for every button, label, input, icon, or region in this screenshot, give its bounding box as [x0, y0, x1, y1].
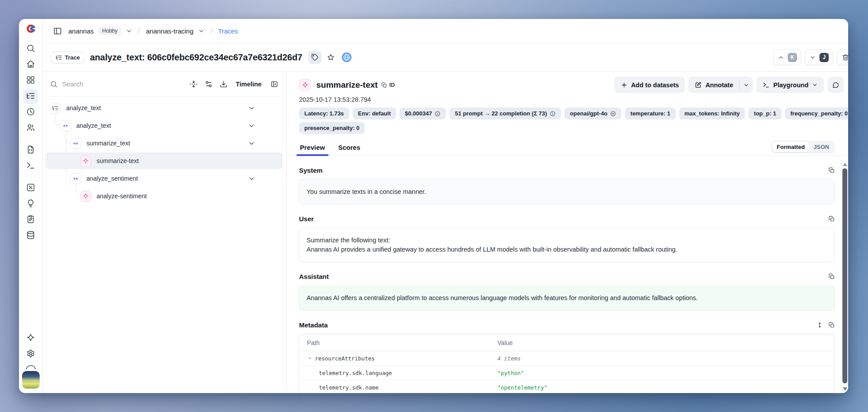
breadcrumb-traces-link[interactable]: Traces — [218, 27, 238, 35]
sidebar-item-trace-tree[interactable] — [23, 89, 38, 104]
org-plan-badge: Hobby — [98, 26, 122, 35]
playground-label: Playground — [773, 82, 808, 89]
panel-collapse-icon — [270, 80, 278, 88]
tree-node-summarize-text[interactable]: summarize-text — [45, 152, 283, 169]
metadata-col-path: Path — [299, 339, 498, 346]
tab-scores[interactable]: Scores — [337, 144, 361, 156]
pen-square-icon — [695, 82, 702, 89]
copy-id-button[interactable]: ID — [381, 82, 395, 88]
circle-plus-icon[interactable] — [610, 111, 616, 117]
annotate-dropdown-chevron[interactable] — [740, 77, 753, 93]
breadcrumb-project[interactable]: anannas-tracing — [146, 27, 194, 35]
sidebar-item-search[interactable] — [23, 41, 38, 56]
tree-node-analyze_sentiment[interactable]: analyze_sentiment — [45, 170, 283, 187]
public-globe-button[interactable] — [340, 51, 353, 64]
scrollbar-up-arrow[interactable] — [843, 163, 847, 166]
chevron-down-icon[interactable] — [248, 175, 255, 182]
breadcrumb-separator: / — [136, 26, 142, 35]
chevron-down-icon[interactable] — [248, 104, 255, 112]
copy-icon[interactable] — [828, 167, 835, 174]
sidebar-item-database[interactable] — [23, 228, 38, 243]
tree-node-analyze_text[interactable]: analyze_text — [45, 100, 283, 116]
user-section-header: User — [299, 215, 835, 223]
view-option-json[interactable]: JSON — [809, 142, 834, 152]
info-icon[interactable] — [550, 111, 556, 117]
badge-row-2: presence_penalty: 0 — [299, 122, 848, 134]
org-chevron-down-icon[interactable] — [126, 28, 132, 34]
project-chevron-down-icon[interactable] — [198, 28, 205, 34]
globe-icon — [342, 52, 352, 62]
collapse-panel-button[interactable] — [268, 78, 281, 91]
sidebar-item-clock[interactable] — [23, 105, 38, 120]
sidebar-item-lightbulb[interactable] — [23, 197, 38, 212]
tag-button[interactable] — [308, 51, 322, 64]
sidebar-item-percent[interactable] — [23, 181, 38, 196]
sidebar-item-sparkle[interactable] — [23, 331, 38, 346]
chevron-down-icon[interactable] — [307, 356, 312, 361]
metadata-col-value: Value — [498, 339, 834, 346]
trace-actions — [308, 51, 353, 64]
playground-button[interactable]: Playground — [756, 77, 824, 93]
sidebar-toggle-icon[interactable] — [51, 24, 64, 37]
favorite-star-button[interactable] — [324, 51, 337, 64]
sidebar-item-dashboard[interactable] — [23, 73, 38, 88]
expand-vertical-icon[interactable] — [816, 322, 823, 328]
trace-pill-label: Trace — [65, 54, 80, 61]
user-avatar[interactable] — [22, 371, 40, 389]
lightbulb-icon — [26, 199, 35, 210]
tree-node-analyze_text[interactable]: analyze_text — [45, 117, 283, 134]
annotate-label: Annotate — [705, 82, 733, 89]
timeline-toggle[interactable]: Timeline — [236, 81, 262, 88]
sidebar-item-terminal[interactable] — [23, 159, 38, 174]
previous-trace-button[interactable]: K — [773, 49, 801, 65]
tab-preview[interactable]: Preview — [299, 144, 326, 156]
star-icon — [327, 53, 335, 61]
tree-settings-button[interactable] — [202, 78, 215, 91]
collapse-all-button[interactable] — [187, 78, 200, 91]
copy-icon[interactable] — [828, 322, 835, 328]
tree-node-label: summarize-text — [97, 157, 139, 164]
badge-row-1: Latency: 1.73sEnv: default$0.00034751 pr… — [299, 108, 848, 119]
copy-icon[interactable] — [828, 215, 835, 222]
sidebar-item-annotation[interactable] — [23, 212, 38, 227]
next-trace-button[interactable]: J — [805, 49, 833, 65]
trace-tree-panel: Timeline analyze_textanalyze_textsummari… — [43, 72, 287, 393]
delete-trace-button[interactable] — [837, 49, 848, 65]
badge-text: Latency: 1.73s — [304, 110, 344, 117]
chevron-down-icon[interactable] — [248, 122, 255, 130]
trace-title-bar: Trace analyze_text: 606c0febc692ce34ec67… — [43, 43, 848, 72]
tree-node-analyze-sentiment[interactable]: analyze-sentiment — [45, 188, 283, 204]
badge-text: top_p: 1 — [754, 110, 776, 117]
comments-button[interactable] — [827, 77, 844, 93]
copy-icon[interactable] — [828, 273, 835, 280]
trace-tree-icon — [50, 103, 61, 114]
annotate-split-button: Annotate — [688, 77, 753, 93]
breadcrumb-org[interactable]: anannas — [68, 27, 94, 35]
metadata-row[interactable]: resourceAttributes4 items — [299, 351, 834, 366]
app-logo-icon — [24, 23, 37, 34]
file-json-icon — [26, 145, 35, 156]
sidebar-item-users[interactable] — [23, 121, 38, 136]
chevron-down-icon[interactable] — [248, 140, 255, 147]
comment-bubble-icon — [832, 82, 839, 89]
tree-node-summarize_text[interactable]: summarize_text — [45, 135, 283, 152]
sidebar-item-home[interactable] — [23, 57, 38, 72]
annotate-button[interactable]: Annotate — [688, 77, 739, 93]
metric-badge: Env: default — [353, 108, 396, 119]
settings-icon — [26, 349, 35, 360]
sidebar-item-file-json[interactable] — [23, 143, 38, 158]
scrollbar-down-arrow[interactable] — [843, 387, 847, 391]
preview-tabs-row: PreviewScores FormattedJSON — [287, 137, 848, 156]
metadata-row: telemetry.sdk.language"python" — [299, 366, 834, 380]
breadcrumb-separator: / — [208, 26, 214, 35]
tree-search-input[interactable] — [62, 80, 115, 88]
vertical-scrollbar[interactable] — [841, 160, 848, 393]
generation-icon — [299, 79, 311, 91]
add-to-datasets-button[interactable]: Add to datasets — [614, 77, 685, 93]
scrollbar-thumb[interactable] — [842, 168, 847, 383]
sidebar-item-settings[interactable] — [23, 347, 38, 362]
info-icon[interactable] — [434, 111, 441, 117]
view-option-formatted[interactable]: Formatted — [772, 142, 809, 152]
tree-node-label: analyze_sentiment — [86, 175, 138, 182]
download-button[interactable] — [217, 78, 230, 91]
